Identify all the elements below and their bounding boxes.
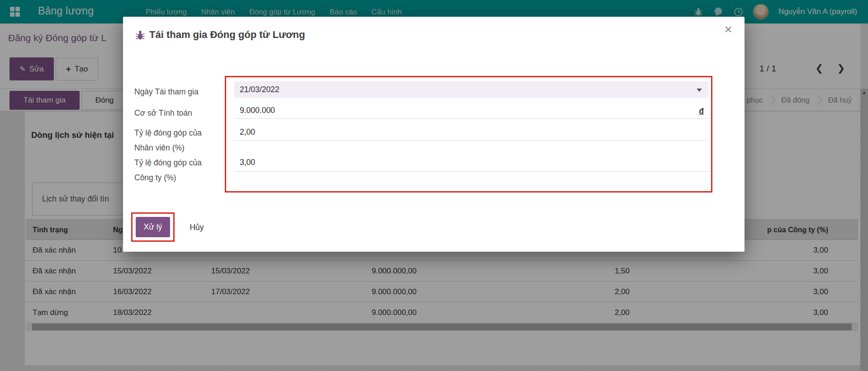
computation-base-value: 9.000.000: [240, 106, 275, 115]
employee-rate-value: 2,00: [240, 127, 255, 137]
company-rate-value: 3,00: [240, 158, 255, 167]
field-label-company-rate: Tỷ lệ đóng góp của Công ty (%): [134, 155, 221, 185]
dialog-title: Tái tham gia Đóng góp từ Lương: [149, 29, 305, 41]
process-button[interactable]: Xử lý: [136, 217, 170, 237]
currency-symbol: đ: [699, 107, 704, 116]
rejoin-date-input[interactable]: 21/03/2022: [234, 81, 708, 98]
rejoin-dialog: Tái tham gia Đóng góp từ Lương × Ngày Tá…: [123, 17, 745, 252]
caret-down-icon[interactable]: [697, 89, 702, 92]
field-label-rejoin-date: Ngày Tái tham gia: [134, 85, 221, 99]
computation-base-input[interactable]: 9.000.000 đ: [234, 103, 708, 119]
bug-icon: [135, 30, 145, 41]
field-label-employee-rate: Tỷ lệ đóng góp của Nhân viên (%): [134, 126, 221, 155]
employee-rate-input[interactable]: 2,00: [234, 124, 708, 141]
screen: Bảng lương Phiếu lương Nhân viên Đóng gó…: [0, 0, 868, 371]
rejoin-date-value: 21/03/2022: [240, 85, 280, 94]
close-icon[interactable]: ×: [721, 22, 735, 37]
company-rate-input[interactable]: 3,00: [234, 154, 708, 172]
highlight-process-button: Xử lý: [131, 212, 175, 242]
cancel-button[interactable]: Hủy: [183, 219, 210, 235]
field-label-computation-base: Cơ sở Tính toán: [134, 106, 221, 121]
